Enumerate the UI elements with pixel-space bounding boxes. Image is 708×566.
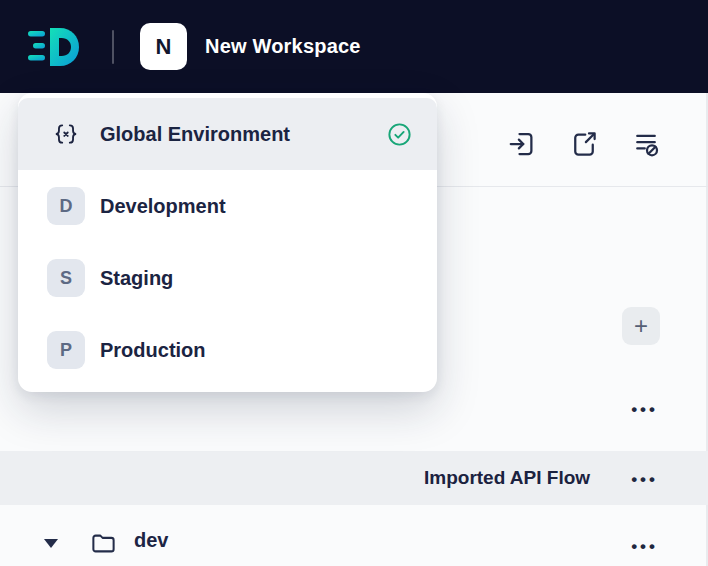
export-icon[interactable] <box>568 128 600 160</box>
app-window: N New Workspace Global Environment <box>0 0 708 566</box>
collapse-caret-icon[interactable] <box>44 539 58 548</box>
row-overflow-menu[interactable]: ••• <box>631 538 658 555</box>
header-divider <box>112 30 114 64</box>
env-option-label: Global Environment <box>100 123 290 146</box>
row-overflow-menu[interactable]: ••• <box>631 471 658 488</box>
list-item-imported-api-flow[interactable]: Imported API Flow ••• <box>0 451 708 505</box>
workspace-initial: N <box>156 34 172 60</box>
env-option-global[interactable]: Global Environment <box>18 98 437 170</box>
folder-name: dev <box>134 529 168 552</box>
row-overflow-menu[interactable]: ••• <box>631 401 658 418</box>
env-initial-badge: P <box>47 331 85 369</box>
env-initial-badge: S <box>47 259 85 297</box>
workspace-name[interactable]: New Workspace <box>205 35 361 58</box>
list-item-label: Imported API Flow <box>424 451 590 505</box>
top-bar: N New Workspace <box>0 0 708 93</box>
app-logo-icon[interactable] <box>26 24 84 70</box>
environment-actions <box>506 128 662 160</box>
env-option-development[interactable]: D Development <box>18 170 437 242</box>
workspace-avatar[interactable]: N <box>140 23 187 70</box>
folder-icon <box>90 530 117 561</box>
env-option-production[interactable]: P Production <box>18 314 437 386</box>
import-icon[interactable] <box>506 128 538 160</box>
env-option-label: Staging <box>100 267 173 290</box>
env-option-label: Production <box>100 339 206 362</box>
environment-dropdown: Global Environment D Development S Stagi… <box>18 93 437 392</box>
env-option-staging[interactable]: S Staging <box>18 242 437 314</box>
check-circle-icon <box>386 121 413 148</box>
env-option-label: Development <box>100 195 226 218</box>
env-initial-badge: D <box>47 187 85 225</box>
add-button[interactable]: + <box>622 307 660 345</box>
braces-variable-icon <box>46 121 86 147</box>
list-item-dev-folder[interactable]: dev ••• <box>0 520 708 566</box>
env-quicklook-icon[interactable] <box>630 128 662 160</box>
